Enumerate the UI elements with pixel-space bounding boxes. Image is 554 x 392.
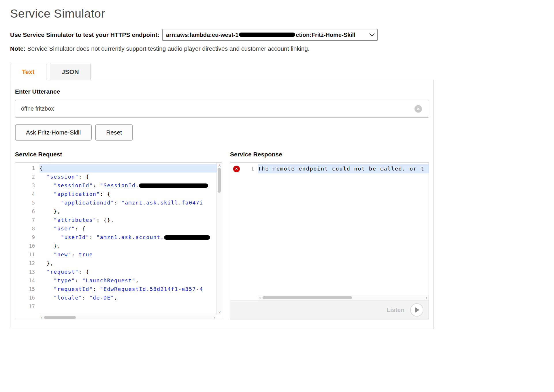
code-line: 13 "request": { bbox=[15, 268, 216, 276]
play-button[interactable] bbox=[410, 303, 423, 317]
code-line: 12 }, bbox=[15, 259, 216, 268]
code-text: "session": { bbox=[39, 173, 216, 181]
scroll-down-icon[interactable]: ∨ bbox=[218, 310, 221, 314]
horizontal-scrollbar[interactable]: ‹ › bbox=[39, 315, 216, 320]
code-text: }, bbox=[39, 242, 216, 250]
code-line: 17 bbox=[15, 302, 216, 311]
response-gutter: ✕ 1 bbox=[230, 164, 258, 173]
response-error-text: The remote endpoint could not be called,… bbox=[258, 164, 429, 173]
endpoint-value-suffix: ction:Fritz-Home-Skill bbox=[296, 32, 355, 38]
response-horizontal-scrollbar[interactable]: ‹ › bbox=[258, 295, 429, 300]
utterance-label: Enter Utterance bbox=[15, 88, 429, 95]
chevron-down-icon bbox=[369, 31, 374, 36]
code-line: 9 "userId": "amzn1.ask.account. bbox=[15, 233, 216, 242]
response-line-number: 1 bbox=[251, 164, 254, 173]
endpoint-label: Use Service Simulator to test your HTTPS… bbox=[10, 31, 159, 38]
reset-button[interactable]: Reset bbox=[95, 124, 133, 141]
code-text: "sessionId": "SessionId. bbox=[39, 181, 216, 190]
line-number: 10 bbox=[15, 242, 39, 250]
response-horizontal-scroll-thumb[interactable] bbox=[263, 296, 352, 299]
clear-icon[interactable]: ✕ bbox=[414, 105, 422, 113]
code-text: { bbox=[39, 164, 216, 173]
endpoint-select[interactable]: arn:aws:lambda:eu-west-1 ction:Fritz-Hom… bbox=[162, 29, 378, 41]
code-line: 14 "type": "LaunchRequest", bbox=[15, 276, 216, 285]
code-line: 10 }, bbox=[15, 242, 216, 250]
scroll-right-icon[interactable]: › bbox=[214, 316, 215, 319]
code-line: 16 "locale": "de-DE", bbox=[15, 293, 216, 302]
editors-row: Service Request 1{2 "session": {3 "sessi… bbox=[15, 149, 429, 320]
vertical-scrollbar[interactable]: ∧ ∨ bbox=[216, 163, 222, 315]
line-number: 1 bbox=[15, 164, 39, 173]
listen-label: Listen bbox=[387, 306, 404, 313]
line-number: 9 bbox=[15, 233, 39, 242]
tab-bar: Text JSON bbox=[10, 64, 444, 80]
line-number: 7 bbox=[15, 216, 39, 224]
scroll-left-icon[interactable]: ‹ bbox=[259, 296, 261, 300]
service-response-label: Service Response bbox=[230, 151, 429, 158]
code-text: "userId": "amzn1.ask.account. bbox=[39, 233, 216, 242]
note-text: Service Simulator does not currently sup… bbox=[26, 45, 310, 52]
service-response-editor[interactable]: ✕ 1 The remote endpoint could not be cal… bbox=[230, 163, 429, 300]
code-line: 6 }, bbox=[15, 207, 216, 216]
response-line: ✕ 1 The remote endpoint could not be cal… bbox=[230, 163, 429, 173]
line-number: 12 bbox=[15, 259, 39, 268]
code-line: 7 "attributes": {}, bbox=[15, 216, 216, 224]
code-text: "type": "LaunchRequest", bbox=[39, 276, 216, 285]
error-icon: ✕ bbox=[233, 166, 240, 172]
note-label: Note: bbox=[10, 45, 26, 52]
redaction-bar bbox=[139, 183, 208, 188]
line-number: 14 bbox=[15, 276, 39, 285]
code-text: "new": true bbox=[39, 250, 216, 259]
service-simulator-page: Service Simulator Use Service Simulator … bbox=[0, 0, 444, 341]
code-line: 4 "application": { bbox=[15, 190, 216, 198]
code-text: }, bbox=[39, 207, 216, 216]
code-line: 8 "user": { bbox=[15, 224, 216, 233]
utterance-input[interactable] bbox=[15, 100, 429, 118]
line-number: 8 bbox=[15, 224, 39, 233]
scroll-up-icon[interactable]: ∧ bbox=[218, 164, 221, 167]
service-response-box: ✕ 1 The remote endpoint could not be cal… bbox=[230, 162, 429, 319]
code-text: "locale": "de-DE", bbox=[39, 293, 216, 302]
line-number: 17 bbox=[15, 302, 39, 311]
vertical-scroll-thumb[interactable] bbox=[218, 168, 221, 193]
code-line: 11 "new": true bbox=[15, 250, 216, 259]
request-code-lines: 1{2 "session": {3 "sessionId": "SessionI… bbox=[15, 164, 216, 315]
button-row: Ask Fritz-Home-Skill Reset bbox=[15, 124, 429, 141]
service-request-column: Service Request 1{2 "session": {3 "sessi… bbox=[15, 149, 222, 320]
code-text: "request": { bbox=[39, 268, 216, 276]
redaction-bar bbox=[239, 33, 295, 37]
code-text: }, bbox=[39, 259, 216, 268]
code-line: 5 "applicationId": "amzn1.ask.skill.fa04… bbox=[15, 198, 216, 207]
code-line: 1{ bbox=[15, 164, 216, 173]
line-number: 5 bbox=[15, 198, 39, 207]
code-text: "requestId": "EdwRequestId.58d214f1-e357… bbox=[39, 285, 216, 293]
scroll-left-icon[interactable]: ‹ bbox=[41, 316, 42, 319]
listen-bar: Listen bbox=[230, 300, 429, 319]
page-title: Service Simulator bbox=[10, 7, 444, 20]
utterance-input-wrap: ✕ bbox=[15, 100, 429, 118]
code-text: "applicationId": "amzn1.ask.skill.fa047i bbox=[39, 198, 216, 207]
line-number: 4 bbox=[15, 190, 39, 198]
code-line: 2 "session": { bbox=[15, 173, 216, 181]
simulator-panel: Enter Utterance ✕ Ask Fritz-Home-Skill R… bbox=[10, 80, 434, 329]
endpoint-value-prefix: arn:aws:lambda:eu-west-1 bbox=[166, 32, 238, 38]
line-number: 3 bbox=[15, 181, 39, 190]
scroll-right-icon[interactable]: › bbox=[426, 296, 427, 300]
redaction-bar bbox=[164, 235, 210, 240]
tab-text[interactable]: Text bbox=[10, 64, 46, 80]
code-line: 3 "sessionId": "SessionId. bbox=[15, 181, 216, 190]
service-request-editor[interactable]: 1{2 "session": {3 "sessionId": "SessionI… bbox=[15, 162, 222, 320]
code-text: "user": { bbox=[39, 224, 216, 233]
tab-json[interactable]: JSON bbox=[50, 64, 91, 80]
line-number: 15 bbox=[15, 285, 39, 293]
code-text bbox=[39, 302, 216, 311]
note-line: Note: Service Simulator does not current… bbox=[10, 45, 444, 52]
play-icon bbox=[415, 307, 419, 313]
line-number: 2 bbox=[15, 173, 39, 181]
horizontal-scroll-thumb[interactable] bbox=[44, 316, 76, 319]
service-request-label: Service Request bbox=[15, 151, 222, 158]
line-number: 16 bbox=[15, 293, 39, 302]
code-text: "application": { bbox=[39, 190, 216, 198]
ask-skill-button[interactable]: Ask Fritz-Home-Skill bbox=[15, 124, 92, 141]
line-number: 6 bbox=[15, 207, 39, 216]
